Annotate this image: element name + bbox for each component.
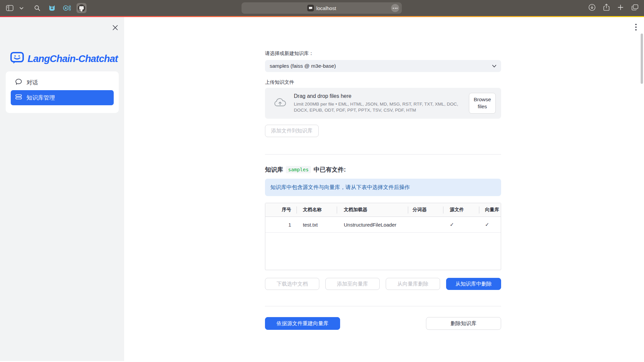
browser-toolbar: localhost — [0, 0, 644, 16]
browse-files-button[interactable]: Browse files — [469, 93, 496, 114]
files-table-header: 序号 文档名称 文档加载器 分词器 源文件 向量库 — [265, 203, 501, 217]
cell-source-check: ✓ — [443, 217, 479, 232]
close-sidebar-icon[interactable] — [111, 23, 119, 32]
delete-from-vectorstore-button[interactable]: 从向量库删除 — [386, 278, 440, 290]
github-extension-icon[interactable] — [76, 3, 87, 13]
scrollbar-thumb[interactable] — [641, 34, 643, 84]
divider — [265, 154, 501, 155]
cell-loader: UnstructuredFileLoader — [337, 217, 408, 232]
cell-doc-name: test.txt — [297, 217, 337, 232]
table-row[interactable]: 1 test.txt UnstructuredFileLoader ✓ ✓ — [265, 217, 501, 233]
sidebar-item-label: 对话 — [26, 79, 38, 86]
knowledge-base-icon — [15, 94, 22, 102]
kb-select-label: 请选择或新建知识库： — [265, 50, 314, 57]
downloads-icon[interactable] — [588, 4, 596, 12]
share-icon[interactable] — [603, 3, 610, 13]
info-alert: 知识库中包含源文件与向量库，请从下表中选择文件后操作 — [265, 179, 501, 196]
add-files-button[interactable]: 添加文件到知识库 — [265, 125, 319, 137]
kb-files-heading: 知识库 samples 中已有文件: — [265, 166, 346, 174]
kb-files-heading-prefix: 知识库 — [265, 166, 283, 174]
site-favicon — [307, 5, 314, 11]
col-loader: 文档加载器 — [337, 203, 408, 217]
address-host: localhost — [316, 5, 336, 11]
col-source-file: 源文件 — [443, 203, 479, 217]
app-logo: LangChain-Chatchat — [10, 51, 118, 66]
new-tab-icon[interactable] — [617, 4, 624, 12]
cloud-upload-icon — [274, 98, 286, 109]
sidebar-item-knowledge-base[interactable]: 知识库管理 — [11, 90, 114, 105]
delete-from-kb-button[interactable]: 从知识库中删除 — [446, 278, 501, 290]
chevron-down-icon — [492, 65, 496, 68]
kb-bottom-actions: 依据源文件重建向量库 删除知识库 — [265, 317, 501, 330]
cat-extension-icon[interactable] — [47, 3, 57, 13]
sidebar-item-dialogue[interactable]: 对话 — [11, 75, 114, 90]
kb-selectbox[interactable]: samples (faiss @ m3e-base) — [265, 60, 501, 72]
col-splitter: 分词器 — [408, 203, 443, 217]
download-doc-button[interactable]: 下载选中文档 — [265, 278, 319, 290]
chevron-down-icon[interactable] — [19, 5, 23, 11]
file-dropzone[interactable]: Drag and drop files here Limit 200MB per… — [265, 88, 501, 119]
col-vector-store: 向量库 — [479, 203, 501, 217]
delete-kb-button[interactable]: 删除知识库 — [426, 317, 501, 330]
col-doc-name: 文档名称 — [297, 203, 337, 217]
dropzone-limit: Limit 200MB per file • EML, HTML, JSON, … — [294, 101, 468, 114]
sidebar: LangChain-Chatchat 对话 知识库管理 — [0, 17, 124, 361]
cell-index: 1 — [265, 217, 297, 232]
circles-extension-icon[interactable] — [62, 3, 72, 13]
divider — [265, 306, 501, 306]
add-to-vectorstore-button[interactable]: 添加至向量库 — [325, 278, 380, 290]
cell-vector-check: ✓ — [479, 217, 501, 232]
kb-name-code: samples — [286, 166, 311, 173]
cell-splitter — [408, 217, 443, 232]
file-actions: 下载选中文档 添加至向量库 从向量库删除 从知识库中删除 — [265, 278, 501, 290]
logo-text: LangChain-Chatchat — [28, 53, 118, 64]
search-icon[interactable] — [32, 3, 42, 13]
files-table: 序号 文档名称 文档加载器 分词器 源文件 向量库 1 test.txt Uns… — [265, 203, 501, 270]
sidebar-toggle-icon[interactable] — [5, 3, 15, 13]
rebuild-vectorstore-button[interactable]: 依据源文件重建向量库 — [265, 317, 340, 330]
sidebar-item-label: 知识库管理 — [26, 94, 55, 102]
app-menu-icon[interactable] — [633, 22, 639, 32]
ellipsis-icon[interactable] — [391, 4, 399, 12]
chat-bubble-icon — [15, 78, 22, 87]
logo-chat-icon — [10, 51, 24, 66]
address-bar[interactable]: localhost — [241, 2, 402, 14]
dropzone-texts: Drag and drop files here Limit 200MB per… — [294, 93, 468, 114]
sidebar-nav: 对话 知识库管理 — [6, 71, 119, 113]
app-page: LangChain-Chatchat 对话 知识库管理 请选择或新建知识库： s… — [0, 17, 644, 362]
upload-label: 上传知识文件 — [265, 79, 294, 85]
tab-overview-icon[interactable] — [631, 4, 639, 12]
col-index: 序号 — [265, 203, 297, 217]
dropzone-title: Drag and drop files here — [294, 93, 468, 99]
info-alert-text: 知识库中包含源文件与向量库，请从下表中选择文件后操作 — [270, 184, 410, 191]
kb-files-heading-suffix: 中已有文件: — [314, 166, 346, 174]
kb-selectbox-value: samples (faiss @ m3e-base) — [270, 63, 336, 69]
